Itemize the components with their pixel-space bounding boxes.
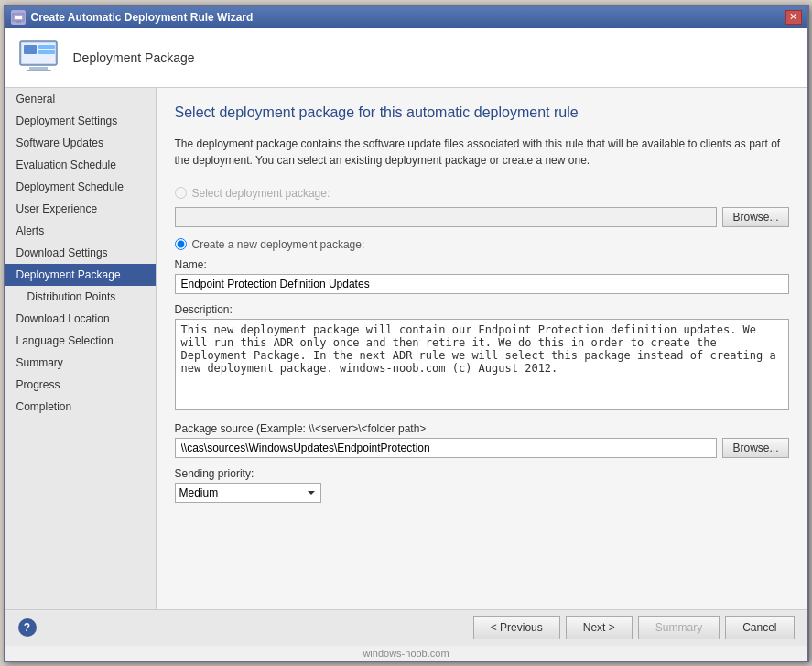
svg-rect-2 xyxy=(16,21,21,23)
sidebar-item-evaluation-schedule[interactable]: Evaluation Schedule xyxy=(5,154,156,176)
select-package-radio-row: Select deployment package: xyxy=(175,187,789,200)
sidebar: GeneralDeployment SettingsSoftware Updat… xyxy=(5,88,157,609)
svg-rect-9 xyxy=(38,50,55,54)
create-package-radio-row: Create a new deployment package: xyxy=(175,238,789,251)
footer-buttons: < Previous Next > Summary Cancel xyxy=(473,616,795,639)
sidebar-item-alerts[interactable]: Alerts xyxy=(5,220,156,242)
sending-priority-select[interactable]: Low Medium High xyxy=(175,483,321,503)
select-package-radio[interactable] xyxy=(175,187,187,199)
sidebar-item-language-selection[interactable]: Language Selection xyxy=(5,330,156,352)
svg-rect-5 xyxy=(29,67,48,70)
footer: ? < Previous Next > Summary Cancel xyxy=(5,609,807,646)
create-package-section: Create a new deployment package: Name: D… xyxy=(175,238,789,503)
footer-left: ? xyxy=(18,618,37,637)
title-bar-left: Create Automatic Deployment Rule Wizard xyxy=(11,10,254,25)
package-source-input[interactable] xyxy=(175,438,718,458)
description-text: The deployment package contains the soft… xyxy=(175,136,789,169)
sidebar-item-general[interactable]: General xyxy=(5,88,156,110)
name-input[interactable] xyxy=(175,274,789,294)
header-computer-icon xyxy=(16,36,60,80)
description-textarea[interactable]: This new deployment package will contain… xyxy=(175,319,789,410)
create-package-label: Create a new deployment package: xyxy=(192,238,365,251)
cancel-button[interactable]: Cancel xyxy=(725,616,794,639)
summary-button[interactable]: Summary xyxy=(638,616,720,639)
sidebar-item-distribution-points[interactable]: Distribution Points xyxy=(5,286,156,308)
sidebar-item-deployment-package[interactable]: Deployment Package xyxy=(5,264,156,286)
sending-priority-group: Sending priority: Low Medium High xyxy=(175,467,789,503)
create-package-radio[interactable] xyxy=(175,238,187,250)
package-source-label: Package source (Example: \\<server>\<fol… xyxy=(175,422,789,435)
sidebar-item-user-experience[interactable]: User Experience xyxy=(5,198,156,220)
body-area: GeneralDeployment SettingsSoftware Updat… xyxy=(5,88,807,609)
header-title: Deployment Package xyxy=(73,50,195,65)
window-title: Create Automatic Deployment Rule Wizard xyxy=(31,11,254,24)
svg-rect-1 xyxy=(15,16,22,19)
name-group: Name: xyxy=(175,258,789,294)
svg-rect-6 xyxy=(26,70,51,71)
name-label: Name: xyxy=(175,258,789,271)
sidebar-item-progress[interactable]: Progress xyxy=(5,374,156,396)
sidebar-item-software-updates[interactable]: Software Updates xyxy=(5,132,156,154)
sidebar-item-summary[interactable]: Summary xyxy=(5,352,156,374)
description-group: Description: This new deployment package… xyxy=(175,303,789,413)
description-label: Description: xyxy=(175,303,789,316)
browse-button-2[interactable]: Browse... xyxy=(722,438,788,458)
wizard-window: Create Automatic Deployment Rule Wizard … xyxy=(4,5,809,662)
sending-priority-label: Sending priority: xyxy=(175,467,789,480)
help-icon[interactable]: ? xyxy=(18,618,37,637)
header-area: Deployment Package xyxy=(5,28,807,88)
close-button[interactable]: ✕ xyxy=(785,10,802,25)
previous-button[interactable]: < Previous xyxy=(473,616,560,639)
title-bar: Create Automatic Deployment Rule Wizard … xyxy=(5,6,807,28)
sidebar-item-deployment-settings[interactable]: Deployment Settings xyxy=(5,110,156,132)
svg-rect-8 xyxy=(38,45,55,49)
svg-point-10 xyxy=(25,70,27,71)
svg-rect-7 xyxy=(24,45,37,54)
window-icon xyxy=(11,10,26,25)
browse-button-1[interactable]: Browse... xyxy=(722,207,788,227)
package-source-row: Browse... xyxy=(175,438,789,458)
select-package-field-row: Browse... xyxy=(175,207,789,227)
select-package-section: Select deployment package: Browse... xyxy=(175,187,789,227)
sidebar-item-download-settings[interactable]: Download Settings xyxy=(5,242,156,264)
next-button[interactable]: Next > xyxy=(566,616,633,639)
page-title: Select deployment package for this autom… xyxy=(175,104,789,121)
main-content: Select deployment package for this autom… xyxy=(157,88,807,609)
select-package-input[interactable] xyxy=(175,207,718,227)
sidebar-item-completion[interactable]: Completion xyxy=(5,396,156,418)
sidebar-item-download-location[interactable]: Download Location xyxy=(5,308,156,330)
watermark: windows-noob.com xyxy=(5,646,807,661)
select-package-label: Select deployment package: xyxy=(192,187,330,200)
sidebar-item-deployment-schedule[interactable]: Deployment Schedule xyxy=(5,176,156,198)
package-source-group: Package source (Example: \\<server>\<fol… xyxy=(175,422,789,458)
